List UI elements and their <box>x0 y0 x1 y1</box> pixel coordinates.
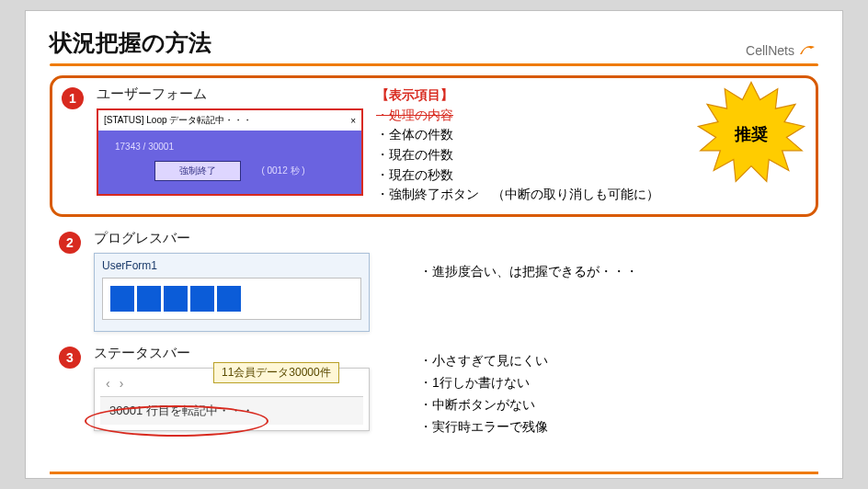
section-3-left: ステータスバー 11会員データ30000件 ‹ › 30001 行目を転記中・・… <box>94 345 370 431</box>
progress-segment <box>110 286 134 312</box>
divider <box>50 63 818 66</box>
progressbar-mock: UserForm1 <box>94 253 370 332</box>
bottom-divider <box>50 472 818 474</box>
bullet-item: 1行しか書けない <box>419 372 548 394</box>
section-3-label: ステータスバー <box>94 345 370 362</box>
bullet-item: 中断ボタンがない <box>419 394 548 416</box>
bullet-item: 小さすぎて見にくい <box>419 350 548 372</box>
section-1-label: ユーザーフォーム <box>97 85 363 103</box>
section-2-label: プログレスバー <box>94 230 370 247</box>
statusbar-wrap: 11会員データ30000件 ‹ › 30001 行目を転記中・・・ <box>94 368 370 431</box>
slide: 状況把握の方法 CellNets 1 ユーザーフォーム [STATUS] Loo… <box>25 10 843 479</box>
section-1-left: ユーザーフォーム [STATUS] Loop データ転記中・・・ × 17343… <box>97 85 363 196</box>
section-2-left: プログレスバー UserForm1 <box>94 230 370 332</box>
nav-prev-icon[interactable]: ‹ <box>106 376 110 391</box>
userform-mock: [STATUS] Loop データ転記中・・・ × 17343 / 30001 … <box>97 108 363 196</box>
status-text: 30001 行目を転記中・・・ <box>100 396 363 425</box>
userform-count: 17343 / 30001 <box>115 142 350 152</box>
progress-segment <box>137 286 161 312</box>
title-row: 状況把握の方法 CellNets <box>50 28 818 58</box>
userform-title: [STATUS] Loop データ転記中・・・ <box>104 114 252 127</box>
recommended-starburst: 推奨 <box>696 80 806 190</box>
section-2-row: 2 プログレスバー UserForm1 ・進捗度合い、は把握できるが・・・ <box>59 230 818 332</box>
nav-next-icon[interactable]: › <box>120 376 124 391</box>
userform-titlebar: [STATUS] Loop データ転記中・・・ × <box>98 110 361 131</box>
force-quit-button[interactable]: 強制終了 <box>154 161 241 181</box>
progress-segment <box>217 286 241 312</box>
page-title: 状況把握の方法 <box>50 28 211 58</box>
progress-segment <box>190 286 214 312</box>
section-3-right: 小さすぎて見にくい 1行しか書けない 中断ボタンがない 実行時エラーで残像 <box>419 350 548 438</box>
recommended-label: 推奨 <box>735 122 768 148</box>
progressbar-body <box>102 278 361 320</box>
section-1-box: 1 ユーザーフォーム [STATUS] Loop データ転記中・・・ × 173… <box>50 75 818 217</box>
progress-segment <box>164 286 188 312</box>
badge-2: 2 <box>59 232 81 254</box>
close-icon[interactable]: × <box>350 116 356 126</box>
userform-body: 17343 / 30001 強制終了 ( 0012 秒 ) <box>98 131 361 194</box>
progressbar-title: UserForm1 <box>95 254 369 278</box>
sheet-tab-tooltip: 11会員データ30000件 <box>213 362 339 383</box>
logo-icon <box>796 41 818 58</box>
badge-3: 3 <box>59 347 81 369</box>
section-3-row: 3 ステータスバー 11会員データ30000件 ‹ › 30001 行目を転記中… <box>59 345 818 438</box>
logo-text: CellNets <box>746 43 794 58</box>
userform-timer: ( 0012 秒 ) <box>261 165 304 177</box>
bullet-item: 実行時エラーで残像 <box>419 416 548 438</box>
section-1-right: 【表示項目】 処理の内容 全体の件数 現在の件数 現在の秒数 強制終了ボタン （… <box>376 85 806 205</box>
badge-1: 1 <box>62 87 84 109</box>
section-2-right: ・進捗度合い、は把握できるが・・・ <box>419 261 638 283</box>
logo: CellNets <box>746 41 818 58</box>
